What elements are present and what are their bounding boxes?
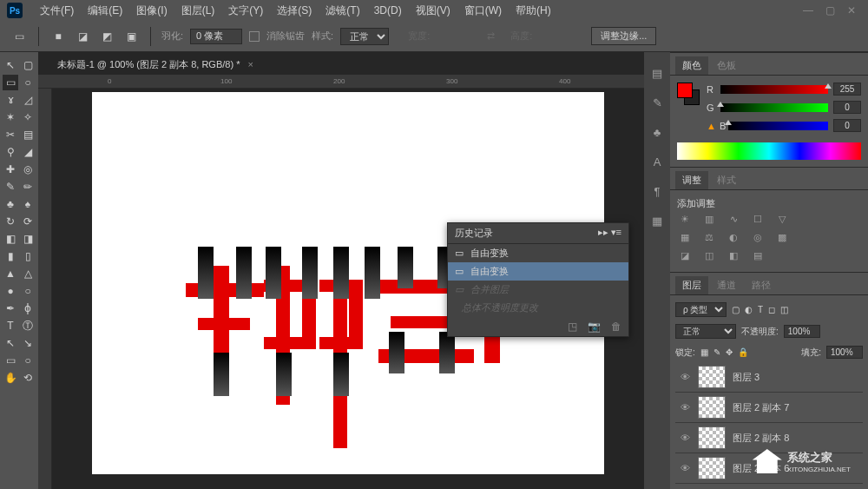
window-close-icon[interactable]: ✕ bbox=[847, 4, 856, 17]
path-select-tool[interactable]: ↖ bbox=[3, 335, 18, 351]
pencil-tool[interactable]: ✏ bbox=[20, 179, 36, 195]
sharpen-tool[interactable]: △ bbox=[20, 266, 36, 281]
r-value[interactable] bbox=[833, 83, 861, 96]
pattern-stamp-tool[interactable]: ♠ bbox=[20, 196, 36, 212]
layer-thumb[interactable] bbox=[698, 366, 726, 388]
collapsed-clone-icon[interactable]: ♣ bbox=[648, 123, 666, 141]
feather-input[interactable] bbox=[190, 29, 242, 44]
pen-tool[interactable]: ✒ bbox=[3, 301, 18, 316]
type-mask-tool[interactable]: Ⓣ bbox=[20, 318, 36, 334]
collapsed-brush-icon[interactable]: ✎ bbox=[648, 94, 666, 111]
rectangle-tool[interactable]: ▭ bbox=[3, 353, 18, 368]
menu-filter[interactable]: 滤镜(T) bbox=[319, 3, 366, 18]
art-history-tool[interactable]: ⟳ bbox=[20, 214, 36, 229]
lock-all-icon[interactable]: 🔒 bbox=[738, 347, 748, 357]
document-tab[interactable]: 未标题-1 @ 100% (图层 2 副本 8, RGB/8) * × bbox=[47, 55, 264, 75]
window-minimize-icon[interactable]: — bbox=[803, 4, 813, 17]
menu-view[interactable]: 视图(V) bbox=[409, 3, 457, 18]
tab-channels[interactable]: 通道 bbox=[710, 276, 743, 294]
poly-lasso-tool[interactable]: ◿ bbox=[20, 92, 36, 108]
b-value[interactable] bbox=[833, 119, 861, 132]
history-collapse-icon[interactable]: ▸▸ bbox=[598, 227, 608, 237]
lock-transparent-icon[interactable]: ▦ bbox=[700, 347, 708, 357]
clone-stamp-tool[interactable]: ♣ bbox=[3, 196, 18, 212]
crop-tool[interactable]: ✂ bbox=[3, 127, 18, 142]
history-menu-icon[interactable]: ▾≡ bbox=[611, 227, 621, 237]
menu-window[interactable]: 窗口(W) bbox=[457, 3, 509, 18]
layer-name[interactable]: 图层 3 bbox=[733, 371, 760, 384]
subtract-selection-icon[interactable]: ◩ bbox=[98, 28, 115, 45]
menu-select[interactable]: 选择(S) bbox=[270, 3, 319, 18]
artboard-tool[interactable]: ▢ bbox=[20, 57, 36, 73]
color-swatches[interactable] bbox=[677, 83, 700, 105]
collapsed-3d-icon[interactable]: ▦ bbox=[648, 212, 666, 229]
blur-tool[interactable]: ▲ bbox=[3, 266, 18, 281]
layer-name[interactable]: 图层 2 副本 8 bbox=[733, 432, 789, 445]
type-tool[interactable]: T bbox=[3, 318, 18, 334]
move-tool[interactable]: ↖ bbox=[3, 57, 18, 73]
tab-adjust[interactable]: 调整 bbox=[675, 171, 708, 189]
menu-edit[interactable]: 编辑(E) bbox=[81, 3, 129, 18]
menu-help[interactable]: 帮助(H) bbox=[509, 3, 558, 18]
lasso-tool[interactable]: ɤ bbox=[3, 92, 18, 108]
intersect-selection-icon[interactable]: ▣ bbox=[122, 28, 140, 45]
menu-3d[interactable]: 3D(D) bbox=[367, 4, 409, 17]
tab-layers[interactable]: 图层 bbox=[675, 276, 708, 294]
history-item[interactable]: ▭ 自由变换 bbox=[448, 244, 628, 262]
spot-heal-tool[interactable]: ✚ bbox=[3, 162, 18, 177]
filter-image-icon[interactable]: ▢ bbox=[732, 305, 740, 314]
layer-thumb[interactable] bbox=[698, 457, 726, 479]
patch-tool[interactable]: ◎ bbox=[20, 162, 36, 177]
adj-balance-icon[interactable]: ⚖ bbox=[701, 232, 717, 243]
ellipse-tool[interactable]: ○ bbox=[20, 353, 36, 368]
new-selection-icon[interactable]: ■ bbox=[49, 28, 67, 45]
b-slider[interactable] bbox=[728, 122, 828, 130]
eraser-tool[interactable]: ◧ bbox=[3, 231, 18, 247]
collapsed-history-icon[interactable]: ▤ bbox=[648, 64, 666, 82]
filter-adjust-icon[interactable]: ◐ bbox=[745, 305, 753, 314]
adj-photo-icon[interactable]: ◎ bbox=[750, 232, 766, 243]
layer-item[interactable]: 👁 图层 2 副本 7 bbox=[675, 393, 863, 423]
hand-tool[interactable]: ✋ bbox=[3, 370, 18, 386]
filter-shape-icon[interactable]: ◻ bbox=[768, 305, 775, 314]
adj-threshold-icon[interactable]: ◧ bbox=[726, 250, 741, 261]
r-slider[interactable] bbox=[720, 85, 828, 94]
tab-paths[interactable]: 路径 bbox=[745, 276, 778, 294]
history-item[interactable]: 总体不透明度更改 bbox=[448, 299, 628, 317]
adj-vibrance-icon[interactable]: ▽ bbox=[774, 214, 790, 225]
quick-select-tool[interactable]: ✶ bbox=[3, 109, 18, 125]
ruler-tool[interactable]: ◢ bbox=[20, 144, 36, 160]
color-spectrum[interactable] bbox=[677, 142, 861, 160]
g-slider[interactable] bbox=[720, 103, 828, 112]
adj-bw-icon[interactable]: ◐ bbox=[726, 232, 741, 243]
collapsed-para-icon[interactable]: ¶ bbox=[648, 182, 666, 200]
brush-tool[interactable]: ✎ bbox=[3, 179, 18, 195]
eyedropper-tool[interactable]: ⚲ bbox=[3, 144, 18, 160]
adj-hue-icon[interactable]: ▦ bbox=[677, 232, 693, 243]
history-item[interactable]: ▭ 合并图层 bbox=[448, 281, 628, 299]
close-tab-icon[interactable]: × bbox=[248, 59, 253, 69]
antialias-checkbox[interactable] bbox=[249, 31, 260, 42]
visibility-icon[interactable]: 👁 bbox=[681, 433, 691, 443]
tool-preset-icon[interactable]: ▭ bbox=[10, 28, 28, 45]
adj-gradient-icon[interactable]: ▤ bbox=[750, 250, 766, 261]
style-select[interactable]: 正常 bbox=[340, 28, 389, 45]
adj-brightness-icon[interactable]: ☀ bbox=[677, 214, 693, 225]
blend-mode-select[interactable]: 正常 bbox=[675, 324, 736, 339]
menu-image[interactable]: 图像(I) bbox=[129, 3, 174, 18]
bg-eraser-tool[interactable]: ◨ bbox=[20, 231, 36, 247]
marquee-tool[interactable]: ▭ bbox=[3, 75, 18, 90]
dodge-tool[interactable]: ● bbox=[3, 283, 18, 299]
freeform-pen-tool[interactable]: ɸ bbox=[20, 301, 36, 316]
rotate-view-tool[interactable]: ⟲ bbox=[20, 370, 36, 386]
history-panel[interactable]: 历史记录 ▸▸ ▾≡ ▭ 自由变换 ▭ 自由变换 ▭ 合并图层 总体不透明度更改… bbox=[447, 222, 629, 337]
paint-bucket-tool[interactable]: ▯ bbox=[20, 248, 36, 264]
new-doc-from-state-icon[interactable]: ◳ bbox=[568, 320, 577, 333]
lock-paint-icon[interactable]: ✎ bbox=[713, 347, 720, 357]
adj-exposure-icon[interactable]: ☐ bbox=[750, 214, 766, 225]
menu-layer[interactable]: 图层(L) bbox=[174, 3, 222, 18]
add-selection-icon[interactable]: ◪ bbox=[74, 28, 91, 45]
new-snapshot-icon[interactable]: 📷 bbox=[588, 320, 601, 333]
filter-text-icon[interactable]: T bbox=[758, 305, 763, 314]
history-brush-tool[interactable]: ↻ bbox=[3, 214, 18, 229]
